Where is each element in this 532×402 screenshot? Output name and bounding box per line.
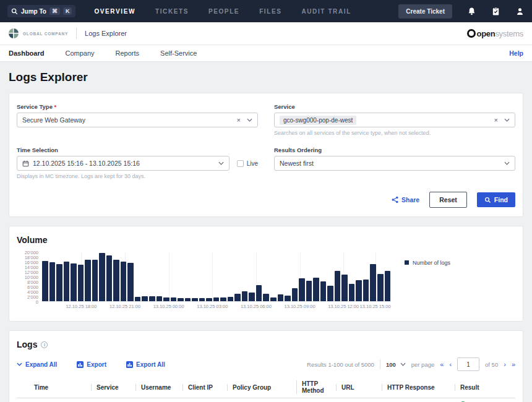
- volume-bar: [242, 291, 248, 301]
- find-button[interactable]: Find: [477, 192, 515, 207]
- column-header[interactable]: HTTP Response: [382, 384, 455, 391]
- y-tick-label: 8'000: [27, 280, 38, 285]
- live-checkbox[interactable]: [237, 160, 244, 167]
- opensystems-ring-icon: [467, 29, 476, 38]
- results-ordering-value: Newest first: [280, 160, 498, 167]
- export-all-button[interactable]: Export All: [126, 361, 165, 368]
- company-logo-icon[interactable]: [9, 28, 19, 38]
- volume-bar: [113, 260, 119, 301]
- legend-swatch: [405, 260, 409, 265]
- nav-overview[interactable]: OVERVIEW: [94, 8, 135, 15]
- volume-bar: [49, 262, 56, 301]
- volume-chart: 02'0004'0006'0008'00010'00012'00014'0001…: [17, 252, 515, 302]
- volume-bar: [71, 263, 77, 301]
- nav-files[interactable]: FILES: [259, 8, 281, 15]
- volume-bar: [163, 297, 169, 301]
- per-page-label: per page: [411, 361, 435, 368]
- column-header[interactable]: Policy Group: [227, 384, 296, 391]
- volume-bar: [157, 296, 163, 301]
- volume-bar: [171, 297, 177, 301]
- table-row[interactable]: 13.10.2025 15:15:59gco-swg000-po...park.…: [17, 398, 515, 402]
- divider: [380, 359, 380, 369]
- column-header[interactable]: URL: [336, 384, 382, 391]
- volume-bar: [377, 274, 384, 301]
- column-header[interactable]: Service: [91, 384, 135, 391]
- volume-bar: [192, 298, 198, 301]
- last-page-button[interactable]: »: [512, 361, 515, 368]
- kbd-meta: ⌘: [49, 7, 60, 15]
- jump-to-search[interactable]: Jump To ⌘ K: [7, 5, 75, 17]
- volume-bar: [99, 253, 105, 301]
- share-button[interactable]: Share: [392, 196, 419, 203]
- volume-bar: [213, 297, 220, 301]
- chevron-down-icon[interactable]: [504, 161, 510, 165]
- service-type-value: Secure Web Gateway: [22, 116, 231, 124]
- time-range-picker[interactable]: 12.10.2025 15:16 - 13.10.2025 15:16: [17, 156, 230, 171]
- prev-page-button[interactable]: ‹: [449, 361, 452, 368]
- tasks-clipboard-icon[interactable]: [491, 7, 500, 16]
- info-icon[interactable]: i: [41, 341, 48, 348]
- reset-button[interactable]: Reset: [429, 192, 467, 208]
- clear-icon[interactable]: ×: [494, 117, 498, 124]
- volume-bar: [185, 298, 191, 301]
- subnav-dashboard[interactable]: Dashboard: [9, 49, 44, 57]
- chevron-down-icon: [400, 362, 406, 366]
- x-tick-label: 13.10.25 06:00: [241, 304, 272, 309]
- column-header[interactable]: Result: [455, 384, 515, 391]
- help-link[interactable]: Help: [509, 49, 523, 57]
- volume-bar: [85, 260, 91, 301]
- volume-bar: [149, 296, 155, 301]
- subnav-self-service[interactable]: Self-Service: [160, 49, 197, 57]
- column-header[interactable]: Time: [29, 384, 91, 391]
- volume-bar: [121, 262, 127, 301]
- export-xls-icon: [126, 361, 133, 368]
- volume-bar: [335, 271, 341, 301]
- chevron-down-icon[interactable]: [247, 118, 252, 122]
- page-size-select[interactable]: 100: [386, 361, 406, 368]
- x-tick-label: 13.10.25 15:00: [360, 304, 391, 309]
- nav-tickets[interactable]: TICKETS: [155, 8, 189, 15]
- volume-bar: [42, 261, 48, 301]
- bell-icon[interactable]: [467, 7, 476, 16]
- logs-card: Logs i Expand All Export Export All: [9, 330, 523, 402]
- x-tick-label: 12.10.25 18:00: [66, 304, 97, 309]
- column-header[interactable]: HTTP Method: [296, 380, 336, 394]
- subnav-reports[interactable]: Reports: [116, 49, 140, 57]
- calendar-icon: [22, 160, 29, 167]
- service-label: Service: [274, 103, 515, 110]
- nav-audit-trail[interactable]: AUDIT TRAIL: [301, 8, 351, 15]
- page-title: Logs Explorer: [9, 71, 523, 84]
- chevron-down-icon[interactable]: [218, 161, 224, 165]
- volume-bar: [306, 281, 312, 301]
- page-number-input[interactable]: [457, 357, 479, 371]
- logs-table-body: 13.10.2025 15:15:59gco-swg000-po...park.…: [17, 398, 515, 402]
- next-page-button[interactable]: ›: [504, 361, 506, 368]
- volume-bar: [356, 280, 362, 301]
- clear-icon[interactable]: ×: [237, 117, 241, 124]
- volume-bar: [106, 255, 113, 301]
- opensystems-logo: open systems: [467, 29, 523, 38]
- column-header[interactable]: Username: [135, 384, 182, 391]
- volume-bar: [220, 297, 226, 301]
- expand-all-button[interactable]: Expand All: [17, 361, 57, 368]
- live-label: Live: [247, 160, 258, 167]
- create-ticket-button[interactable]: Create Ticket: [398, 4, 452, 19]
- export-button[interactable]: Export: [77, 361, 106, 368]
- first-page-button[interactable]: «: [440, 361, 444, 368]
- volume-bar: [363, 280, 369, 301]
- chevron-down-icon[interactable]: [504, 118, 510, 122]
- search-icon: [11, 8, 18, 15]
- nav-people[interactable]: PEOPLE: [208, 8, 239, 15]
- service-type-select[interactable]: Secure Web Gateway ×: [17, 113, 258, 127]
- column-header[interactable]: Client IP: [182, 384, 227, 391]
- results-ordering-label: Results Ordering: [274, 147, 515, 153]
- service-helper-text: Searches on all services of the service …: [274, 130, 515, 136]
- service-select[interactable]: gco-swg000-pop-de-west ×: [274, 113, 515, 127]
- user-icon[interactable]: [515, 7, 525, 16]
- breadcrumb: Logs Explorer: [85, 30, 127, 37]
- service-chip[interactable]: gco-swg000-pop-de-west: [280, 116, 356, 125]
- subnav-company[interactable]: Company: [65, 49, 94, 57]
- service-type-field: Service Type * Secure Web Gateway ×: [17, 103, 258, 136]
- results-ordering-select[interactable]: Newest first: [274, 156, 515, 171]
- volume-bar: [142, 296, 148, 301]
